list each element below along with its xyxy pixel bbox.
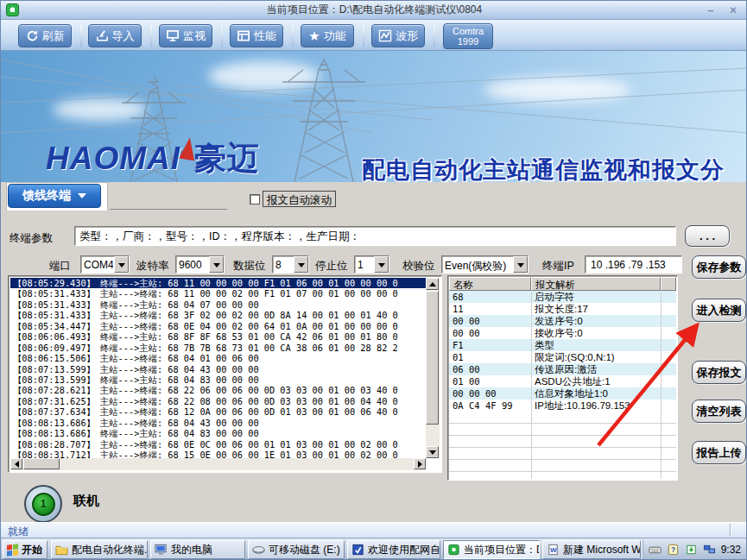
help-icon[interactable]: ? xyxy=(667,544,680,556)
combo-arrow-icon[interactable] xyxy=(374,256,389,273)
tab-underline xyxy=(110,209,227,210)
start-button[interactable]: 开始 xyxy=(3,540,47,559)
list-item[interactable]: 【08:06:15.506】主站--->终端:68 04 01 00 06 00 xyxy=(10,353,426,363)
scroll-right-button[interactable] xyxy=(414,458,426,469)
taskbar-item-word[interactable]: W 新建 Microsoft Wor... xyxy=(542,540,641,559)
list-item[interactable]: 【08:08:13.686】主站--->终端:68 04 43 00 00 00 xyxy=(10,418,426,428)
status-text: 就绪 xyxy=(8,525,28,538)
combo-arrow-icon[interactable] xyxy=(294,256,308,273)
scroll-thumb[interactable] xyxy=(426,291,439,425)
update-tray-icon[interactable] xyxy=(685,544,698,556)
terminal-type-dropdown[interactable]: 馈线终端 xyxy=(8,184,101,208)
vertical-scrollbar[interactable] xyxy=(426,278,440,458)
refresh-button[interactable]: 刷新 xyxy=(18,24,72,47)
list-item[interactable]: 【08:05:34.447】主站--->终端:68 0E 04 00 02 00… xyxy=(10,321,426,331)
taskbar-item-welcome[interactable]: 欢迎使用配网自... xyxy=(347,540,440,559)
list-item[interactable]: 【08:08:13.686】终端--->主站:68 04 83 00 00 00 xyxy=(10,428,426,438)
list-item[interactable]: 【08:07:13.599】终端--->主站:68 04 83 00 00 00 xyxy=(10,374,426,385)
waveform-icon xyxy=(378,29,392,42)
scroll-up-button[interactable] xyxy=(426,278,439,290)
system-tray: ? 9:32 xyxy=(643,540,746,559)
terminal-ip-field[interactable]: 10 .196 .79 .153 xyxy=(585,255,682,274)
window-panel-icon xyxy=(237,29,250,42)
table-row[interactable]: F1 类型 xyxy=(449,339,676,351)
clock[interactable]: 9:32 xyxy=(721,544,741,556)
combo-arrow-icon[interactable] xyxy=(114,256,129,273)
toolbar-separator xyxy=(292,25,294,47)
monitor-icon xyxy=(166,29,180,42)
list-item[interactable]: 【08:07:28.621】主站--->终端:68 22 06 00 06 00… xyxy=(10,385,426,395)
scroll-down-button[interactable] xyxy=(426,446,439,458)
baud-combo[interactable]: 9600 xyxy=(175,255,225,274)
save-params-button[interactable]: 保存参数 xyxy=(692,255,746,279)
list-item[interactable]: 【08:06:09.497】终端--->主站:68 7B 7B 68 73 01… xyxy=(10,343,426,353)
auto-scroll-label[interactable]: 报文自动滚动 xyxy=(263,191,336,207)
list-item[interactable]: 【08:07:13.599】主站--->终端:68 04 43 00 00 00 xyxy=(10,364,426,374)
taskbar-item-current-project[interactable]: 当前项目位置：D:... xyxy=(443,540,540,559)
list-item[interactable]: 【08:05:31.433】终端--->主站:68 04 07 00 00 00 xyxy=(10,299,426,310)
import-icon xyxy=(96,29,109,42)
function-button[interactable]: ★ 功能 xyxy=(301,24,354,47)
connection-led: 1 xyxy=(32,493,55,516)
parity-combo[interactable]: Even(偶校验) xyxy=(441,255,529,274)
message-list: 【08:05:29.430】终端--->主站:68 11 00 00 00 00… xyxy=(8,275,442,473)
list-item[interactable]: 【08:06:06.493】终端--->主站:68 8F 8F 68 53 01… xyxy=(10,331,426,342)
parse-rows: 68 启动字符 11 报文长度:17 00 00 发送序号:0 00 00 接收… xyxy=(449,291,676,412)
clear-list-button[interactable]: 清空列表 xyxy=(692,400,746,423)
table-row[interactable]: 06 00 传送原因:激活 xyxy=(449,363,676,375)
table-row[interactable]: 01 限定词:(SQ:0,N:1) xyxy=(449,351,676,363)
table-row[interactable]: 0A C4 4F 99 IP地址:10.196.79.153 xyxy=(449,400,676,412)
online-label: 联机 xyxy=(73,493,99,509)
scroll-thumb[interactable] xyxy=(23,458,60,469)
table-row[interactable]: 00 00 00 信息对象地址1:0 xyxy=(449,387,676,400)
comtrade-button[interactable]: Comtra1999 xyxy=(443,23,493,49)
toolbar-separator xyxy=(221,25,223,47)
upload-report-button[interactable]: 报告上传 xyxy=(692,441,746,464)
databits-combo[interactable]: 8 xyxy=(272,255,309,274)
network-tray-icon[interactable] xyxy=(703,544,716,556)
combo-arrow-icon[interactable] xyxy=(209,256,224,273)
star-icon: ★ xyxy=(308,29,320,42)
svg-text:W: W xyxy=(550,546,557,554)
monitor-button[interactable]: 监视 xyxy=(159,24,212,47)
stopbits-combo[interactable]: 1 xyxy=(354,255,389,274)
list-item[interactable]: 【08:08:31.712】主站--->终端:68 15 0E 00 06 00… xyxy=(10,450,426,458)
table-row[interactable]: 00 00 发送序号:0 xyxy=(449,315,676,327)
scroll-left-button[interactable] xyxy=(10,458,22,469)
list-item[interactable]: 【08:07:31.625】主站--->终端:68 22 08 00 06 00… xyxy=(10,396,426,406)
table-row[interactable]: 00 00 接收序号:0 xyxy=(449,327,676,339)
port-combo[interactable]: COM4 xyxy=(80,255,130,274)
close-button[interactable]: ✕ xyxy=(725,4,741,17)
minimize-button[interactable]: – xyxy=(703,4,719,17)
table-row[interactable]: 11 报文长度:17 xyxy=(449,303,676,315)
taskbar-item-removable-disk[interactable]: 可移动磁盘 (E:) xyxy=(248,540,345,559)
combo-arrow-icon[interactable] xyxy=(513,256,528,273)
list-item[interactable]: 【08:05:31.433】主站--->终端:68 3F 02 00 02 00… xyxy=(10,310,426,320)
terminal-param-field[interactable]: 类型：，厂商：，型号：，ID：，程序版本：，生产日期： xyxy=(74,226,676,246)
table-row[interactable]: 01 00 ASDU公共地址:1 xyxy=(449,375,676,387)
list-item[interactable]: 【08:05:29.430】终端--->主站:68 11 00 00 00 00… xyxy=(10,278,426,288)
keyboard-icon[interactable] xyxy=(649,544,662,556)
enter-test-button[interactable]: 进入检测 xyxy=(692,299,746,322)
column-header-name[interactable]: 名称 xyxy=(449,277,531,291)
more-button[interactable]: . . . xyxy=(685,225,730,247)
performance-button[interactable]: 性能 xyxy=(230,24,283,47)
refresh-icon xyxy=(26,29,39,42)
table-row[interactable]: 68 启动字符 xyxy=(449,291,676,303)
auto-scroll-checkbox[interactable] xyxy=(250,194,260,204)
message-rows: 【08:05:29.430】终端--->主站:68 11 00 00 00 00… xyxy=(10,278,426,458)
empty-grid-rows xyxy=(449,412,676,479)
parse-table: 名称 报文解析 68 启动字符 11 报文长度:17 00 00 发送序号:0 xyxy=(447,275,678,481)
company-logo: HAOMAI®豪迈 xyxy=(46,137,260,180)
list-item[interactable]: 【08:05:31.433】主站--->终端:68 11 00 00 02 00… xyxy=(10,288,426,299)
list-item[interactable]: 【08:07:37.634】主站--->终端:68 12 0A 00 06 00… xyxy=(10,406,426,417)
waveform-button[interactable]: 波形 xyxy=(371,24,425,47)
horizontal-scrollbar[interactable] xyxy=(10,458,426,470)
port-label: 端口 xyxy=(49,259,71,274)
taskbar-item-mycomputer[interactable]: 我的电脑 xyxy=(150,540,245,559)
list-item[interactable]: 【08:08:28.707】主站--->终端:68 0E 0C 00 06 00… xyxy=(10,439,426,450)
import-button[interactable]: 导入 xyxy=(88,24,142,47)
taskbar-item-folder[interactable]: 配电自动化终端... xyxy=(51,540,148,559)
save-message-button[interactable]: 保存报文 xyxy=(692,361,746,384)
column-header-parse[interactable]: 报文解析 xyxy=(531,277,661,291)
